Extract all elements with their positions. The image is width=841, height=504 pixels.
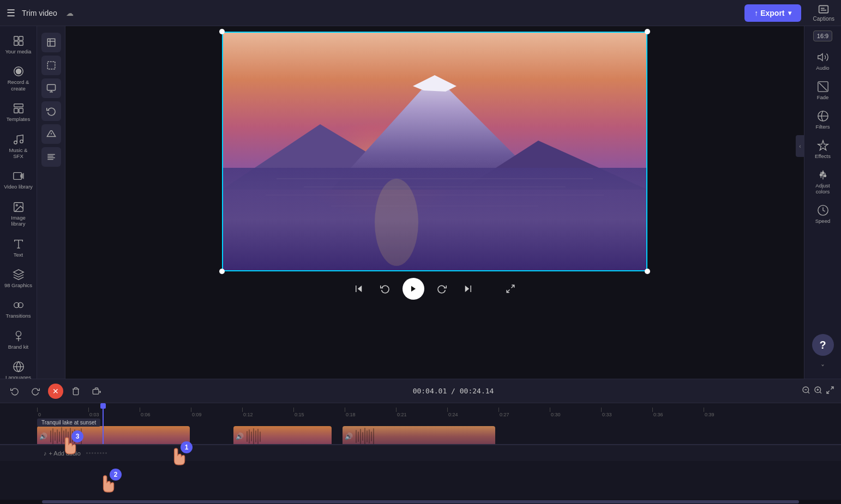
ruler-mark-6: 0:18: [345, 408, 396, 417]
scrollbar-thumb[interactable]: [42, 500, 799, 503]
zoom-in-button[interactable]: [814, 386, 822, 397]
align-icon: [46, 152, 56, 162]
svg-rect-70: [93, 389, 99, 394]
redo-icon: [31, 387, 40, 396]
menu-icon[interactable]: ☰: [7, 7, 15, 19]
sidebar-item-audio[interactable]: Audio: [806, 47, 840, 75]
tool-crop[interactable]: [41, 33, 61, 52]
svg-point-7: [16, 69, 21, 74]
sidebar-item-languages[interactable]: Languages: [2, 356, 35, 379]
topbar: ☰ Trim video ☁ ↑ Export ▾ Captions: [0, 0, 841, 26]
sidebar-item-effects[interactable]: Effects: [806, 135, 840, 163]
export-button[interactable]: ↑ Export ▾: [744, 4, 801, 22]
media-icon: [13, 35, 25, 47]
brand-kit-icon: [13, 330, 25, 342]
video-frame: [222, 32, 647, 271]
sidebar-item-transitions[interactable]: Transitions: [2, 295, 35, 323]
brand-kit-label: Brand kit: [8, 344, 29, 350]
aspect-ratio-button[interactable]: 16:9: [813, 31, 832, 41]
forward-5-button[interactable]: [433, 280, 450, 297]
video-clip-2[interactable]: 🔊: [233, 426, 332, 444]
sidebar-item-filters[interactable]: Filters: [806, 106, 840, 134]
record-icon: [13, 65, 25, 77]
captions-button[interactable]: Captions: [813, 4, 834, 22]
timeline-ruler: 0 0:03 0:06 0:09 0:12 0:15 0:18 0:21 0:2…: [0, 403, 841, 417]
sidebar-item-graphics[interactable]: 98 Graphics: [2, 264, 35, 293]
playback-controls: [350, 278, 519, 300]
play-pause-button[interactable]: [403, 278, 424, 300]
ruler-mark-9: 0:27: [498, 408, 550, 417]
tool-monitor[interactable]: [41, 78, 61, 98]
languages-label: Languages: [5, 374, 31, 379]
svg-line-60: [819, 83, 827, 91]
sidebar-item-brand-kit[interactable]: Brand kit: [2, 326, 35, 354]
ruler-mark-11: 0:33: [601, 408, 652, 417]
zoom-out-button[interactable]: [802, 386, 810, 397]
replay-5-button[interactable]: [376, 280, 394, 297]
panel-collapse-handle[interactable]: ‹: [796, 135, 804, 157]
add-audio-button[interactable]: ♪ + Add audio: [44, 450, 81, 457]
svg-marker-55: [465, 286, 470, 292]
handle-bottom-left[interactable]: [219, 269, 225, 274]
ruler-mark-0: 0: [37, 408, 88, 417]
video-library-icon: [13, 170, 25, 182]
redo-button[interactable]: [27, 383, 44, 399]
svg-point-68: [824, 175, 826, 177]
sidebar-item-fade[interactable]: Fade: [806, 76, 840, 105]
templates-label: Templates: [7, 116, 30, 122]
svg-rect-4: [19, 37, 22, 40]
clip-audio-icon-3: 🔊: [343, 433, 355, 440]
effects-icon: [817, 139, 829, 151]
handle-top-left[interactable]: [219, 29, 225, 34]
sidebar-item-text[interactable]: Text: [2, 234, 35, 262]
sidebar-item-record[interactable]: Record &create: [2, 61, 35, 96]
tool-align[interactable]: [41, 147, 61, 167]
video-clip-1[interactable]: 🔊: [37, 426, 190, 444]
delete-button[interactable]: ✕: [48, 384, 63, 399]
svg-marker-15: [20, 174, 23, 179]
trash-button[interactable]: [68, 383, 84, 399]
undo-button[interactable]: [7, 383, 23, 399]
sidebar-item-video-library[interactable]: Video library: [2, 166, 35, 194]
tool-rotate[interactable]: [41, 101, 61, 121]
adjust-colors-label: Adjust colors: [808, 183, 838, 195]
sidebar-item-adjust-colors[interactable]: Adjust colors: [806, 165, 840, 199]
timeline-scrollbar[interactable]: [0, 500, 841, 504]
svg-rect-5: [14, 41, 17, 45]
video-track-row: Tranquil lake at sunset 🔊 🔊: [0, 417, 841, 445]
handle-top-right[interactable]: [645, 29, 650, 34]
clip-audio-icon-2: 🔊: [233, 433, 246, 440]
filters-icon: [817, 110, 829, 122]
transitions-label: Transitions: [5, 313, 31, 319]
add-media-button[interactable]: [88, 383, 105, 399]
music-icon: [13, 133, 25, 145]
waveform-2: [246, 426, 332, 444]
your-media-label: Your media: [5, 48, 32, 54]
right-sidebar-collapse[interactable]: ˅: [819, 361, 827, 374]
right-sidebar: 16:9 ‹ Audio Fade: [804, 26, 841, 379]
sidebar-item-music[interactable]: Music & SFX: [2, 129, 35, 164]
sidebar-item-image-library[interactable]: Image library: [2, 197, 35, 232]
svg-rect-3: [14, 37, 17, 40]
ruler-mark-5: 0:15: [293, 408, 345, 417]
fit-zoom-button[interactable]: [826, 386, 834, 397]
video-clip-3[interactable]: 🔊: [343, 426, 495, 444]
sidebar-item-templates[interactable]: Templates: [2, 98, 35, 126]
ruler-mark-10: 0:30: [550, 408, 601, 417]
video-track-content: Tranquil lake at sunset 🔊 🔊: [37, 417, 841, 444]
video-container: [222, 32, 647, 271]
speed-label: Speed: [815, 218, 830, 224]
add-audio-track: ♪ + Add audio: [0, 445, 841, 461]
handle-bottom-right[interactable]: [645, 269, 650, 274]
tool-warning[interactable]: [41, 124, 61, 144]
playhead-handle[interactable]: [100, 403, 106, 409]
sidebar-item-speed[interactable]: Speed: [806, 200, 840, 228]
skip-to-start-button[interactable]: [350, 280, 368, 297]
skip-end-icon: [463, 284, 473, 294]
sidebar-item-your-media[interactable]: Your media: [2, 31, 35, 59]
tool-transform[interactable]: [41, 56, 61, 75]
skip-to-end-button[interactable]: [459, 280, 477, 297]
help-button[interactable]: ?: [812, 334, 834, 356]
fullscreen-button[interactable]: [502, 280, 519, 297]
svg-rect-10: [14, 108, 17, 113]
